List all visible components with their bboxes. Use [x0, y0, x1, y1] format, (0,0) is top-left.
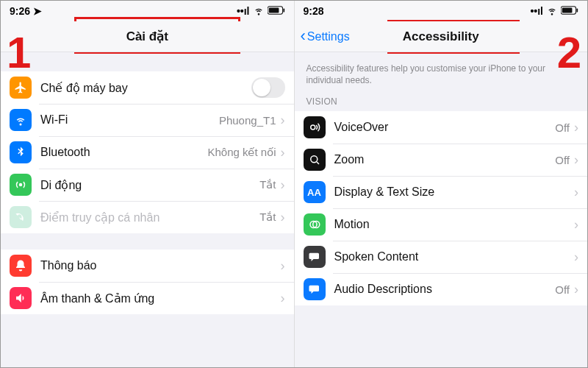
svg-rect-5: [562, 8, 573, 13]
chevron-right-icon: ›: [281, 291, 285, 305]
airplane-toggle[interactable]: [251, 77, 285, 98]
cellular-value: Tắt: [259, 178, 276, 191]
chevron-right-icon: ›: [574, 153, 578, 166]
audio-descriptions-icon: [304, 278, 326, 300]
motion-icon: [304, 213, 326, 236]
chevron-right-icon: ›: [281, 259, 285, 272]
chevron-right-icon: ›: [574, 218, 578, 231]
wifi-value: Phuong_T1: [219, 114, 276, 127]
voiceover-icon: [304, 116, 326, 138]
svg-point-7: [310, 156, 317, 163]
row-zoom[interactable]: Zoom Off ›: [295, 144, 588, 176]
svg-rect-1: [283, 8, 284, 12]
hotspot-value: Tắt: [259, 210, 276, 224]
back-label: Settings: [307, 30, 350, 43]
display-text-label: Display & Text Size: [334, 185, 575, 199]
voiceover-value: Off: [555, 121, 570, 134]
row-notifications[interactable]: Thông báo ›: [1, 250, 294, 282]
location-icon: ➤: [33, 5, 42, 17]
page-title: Accessibility: [403, 29, 479, 44]
notifications-icon: [10, 255, 32, 277]
row-airplane-mode[interactable]: Chế độ máy bay: [1, 71, 294, 104]
chevron-right-icon: ›: [574, 250, 578, 263]
hotspot-icon: [10, 206, 32, 228]
step-number-1: 1: [7, 27, 31, 78]
wifi-label: Wi-Fi: [40, 113, 219, 127]
bluetooth-icon: [10, 141, 32, 163]
chevron-right-icon: ›: [281, 210, 285, 224]
tutorial-side-by-side: 1 9:26 ➤ ••ıl Cài đặt: [0, 0, 588, 368]
battery-icon: [268, 5, 285, 17]
row-audio-descriptions[interactable]: Audio Descriptions Off ›: [295, 273, 588, 305]
header: Cài đặt: [1, 21, 294, 52]
back-button[interactable]: ‹ Settings: [301, 29, 350, 44]
step-number-2: 2: [557, 27, 581, 78]
row-bluetooth[interactable]: Bluetooth Không kết nối ›: [1, 136, 294, 169]
airplane-icon: [10, 77, 32, 99]
wifi-icon: [10, 109, 32, 131]
svg-rect-4: [576, 8, 578, 12]
status-bar: 9:28 ••ıl: [295, 1, 588, 21]
chevron-right-icon: ›: [281, 178, 285, 191]
hotspot-label: Điểm truy cập cá nhân: [40, 210, 259, 224]
airplane-label: Chế độ máy bay: [40, 81, 251, 95]
row-voiceover[interactable]: VoiceOver Off ›: [295, 111, 588, 144]
zoom-icon: [304, 149, 326, 171]
status-time: 9:28: [304, 5, 324, 17]
settings-group-notifications: Thông báo › Âm thanh & Cảm ứng ›: [1, 250, 294, 314]
row-sounds[interactable]: Âm thanh & Cảm ứng ›: [1, 282, 294, 314]
zoom-value: Off: [555, 154, 570, 166]
accessibility-description: Accessibility features help you customis…: [295, 52, 588, 92]
chevron-right-icon: ›: [574, 185, 578, 199]
notifications-label: Thông báo: [40, 259, 281, 272]
vision-group: VoiceOver Off › Zoom Off › AA Display & …: [295, 111, 588, 305]
row-spoken-content[interactable]: Spoken Content ›: [295, 241, 588, 273]
chevron-right-icon: ›: [574, 121, 578, 134]
row-wifi[interactable]: Wi-Fi Phuong_T1 ›: [1, 104, 294, 136]
audio-descriptions-label: Audio Descriptions: [334, 283, 556, 296]
signal-icon: ••ıl: [237, 5, 250, 17]
row-display-text-size[interactable]: AA Display & Text Size ›: [295, 176, 588, 208]
page-title: Cài đặt: [126, 29, 168, 44]
status-time: 9:26: [10, 5, 30, 17]
battery-icon: [561, 5, 578, 17]
row-hotspot[interactable]: Điểm truy cập cá nhân Tắt ›: [1, 201, 294, 233]
display-text-icon: AA: [304, 181, 326, 203]
cellular-icon: [10, 174, 32, 196]
spoken-content-icon: [304, 246, 326, 268]
chevron-right-icon: ›: [281, 146, 285, 159]
chevron-right-icon: ›: [574, 283, 578, 296]
voiceover-label: VoiceOver: [334, 121, 556, 134]
svg-point-6: [310, 125, 315, 130]
chevron-left-icon: ‹: [301, 28, 306, 44]
motion-label: Motion: [334, 218, 575, 231]
header: ‹ Settings Accessibility: [295, 21, 588, 52]
signal-icon: ••ıl: [530, 5, 543, 17]
zoom-label: Zoom: [334, 153, 556, 166]
audio-descriptions-value: Off: [555, 283, 570, 296]
wifi-status-icon: [253, 4, 265, 18]
sounds-label: Âm thanh & Cảm ứng: [40, 291, 281, 305]
svg-rect-2: [268, 8, 279, 13]
spoken-content-label: Spoken Content: [334, 250, 575, 263]
bluetooth-label: Bluetooth: [40, 146, 207, 159]
wifi-status-icon: [546, 4, 558, 18]
bluetooth-value: Không kết nối: [207, 146, 276, 159]
phone-settings: 1 9:26 ➤ ••ıl Cài đặt: [1, 1, 295, 367]
section-header-vision: VISION: [295, 92, 588, 111]
settings-group-connectivity: Chế độ máy bay Wi-Fi Phuong_T1 › Bluetoo…: [1, 71, 294, 233]
phone-accessibility: 2 9:28 ••ıl ‹ Settings Accessibility: [295, 1, 588, 367]
row-cellular[interactable]: Di động Tắt ›: [1, 169, 294, 201]
cellular-label: Di động: [40, 178, 259, 192]
row-motion[interactable]: Motion ›: [295, 208, 588, 241]
sounds-icon: [10, 287, 32, 309]
chevron-right-icon: ›: [281, 113, 285, 127]
